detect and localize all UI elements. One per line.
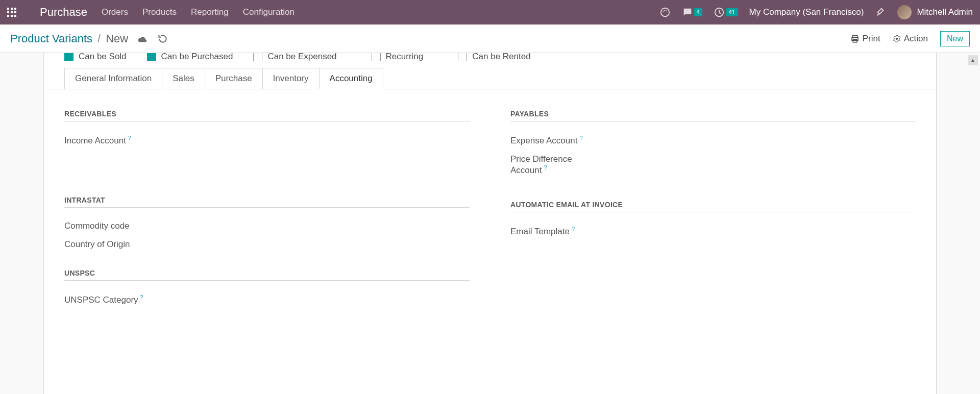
user-menu[interactable]: Mitchell Admin: [897, 5, 973, 19]
left-column: RECEIVABLES Income Account? INTRASTAT Co…: [64, 110, 470, 309]
scroll-up-button[interactable]: ▲: [968, 55, 978, 65]
tab-purchase[interactable]: Purchase: [205, 68, 263, 89]
section-intrastat: INTRASTAT: [64, 196, 470, 208]
checkbox-icon: [147, 53, 156, 61]
accounting-page: RECEIVABLES Income Account? INTRASTAT Co…: [44, 89, 936, 329]
unspsc-category-field[interactable]: UNSPSC Category?: [64, 290, 470, 309]
help-icon[interactable]: ?: [140, 294, 143, 300]
unspsc-category-label: UNSPSC Category?: [64, 294, 143, 305]
notebook-tabs: General Information Sales Purchase Inven…: [44, 68, 936, 89]
help-icon[interactable]: ?: [544, 164, 547, 170]
section-unspsc: UNSPSC: [64, 269, 470, 281]
svg-point-14: [896, 38, 898, 40]
app-brand[interactable]: Purchase: [40, 6, 87, 19]
expense-account-label: Expense Account?: [510, 135, 583, 146]
email-template-field[interactable]: Email Template?: [510, 221, 916, 241]
control-panel: Product Variants / New Print Action New: [0, 24, 980, 53]
nav-configuration[interactable]: Configuration: [243, 7, 295, 17]
help-icon[interactable]: ?: [579, 135, 582, 141]
section-payables: PAYABLES: [510, 110, 916, 121]
breadcrumb-sep: /: [97, 32, 101, 45]
checkbox-icon: [458, 53, 467, 61]
commodity-code-field[interactable]: Commodity code: [64, 217, 470, 235]
recurring-checkbox[interactable]: Recurring: [372, 53, 424, 62]
can-be-expensed-label: Can be Expensed: [267, 53, 336, 62]
breadcrumb: Product Variants / New: [10, 32, 128, 45]
tab-accounting[interactable]: Accounting: [319, 68, 383, 89]
country-of-origin-label: Country of Origin: [64, 239, 130, 250]
help-icon[interactable]: ?: [572, 226, 575, 232]
new-button[interactable]: New: [940, 31, 970, 46]
svg-rect-7: [11, 15, 13, 17]
action-label: Action: [904, 34, 928, 44]
can-be-sold-checkbox[interactable]: Can be Sold: [64, 53, 127, 62]
svg-rect-2: [14, 8, 16, 10]
email-template-label: Email Template?: [510, 226, 575, 237]
svg-rect-0: [7, 8, 9, 10]
can-be-expensed-checkbox[interactable]: Can be Expensed: [253, 53, 336, 62]
top-navbar: Purchase Orders Products Reporting Confi…: [0, 0, 980, 24]
body-scroll: ▲ Can be Sold Can be Purchased Can be Ex…: [0, 53, 980, 394]
svg-rect-5: [14, 11, 16, 13]
can-be-purchased-label: Can be Purchased: [161, 53, 233, 62]
company-switcher[interactable]: My Company (San Francisco): [749, 7, 864, 17]
messages-icon[interactable]: 4: [682, 7, 703, 18]
messages-badge: 4: [694, 8, 703, 16]
can-be-sold-label: Can be Sold: [79, 53, 127, 62]
svg-rect-1: [11, 8, 13, 10]
cloud-save-icon[interactable]: [136, 34, 148, 43]
discard-icon[interactable]: [158, 34, 168, 44]
section-receivables: RECEIVABLES: [64, 110, 470, 121]
form-sheet: Can be Sold Can be Purchased Can be Expe…: [43, 53, 937, 394]
help-icon[interactable]: ?: [128, 135, 131, 141]
svg-rect-8: [14, 15, 16, 17]
nav-reporting[interactable]: Reporting: [191, 7, 229, 17]
tab-inventory[interactable]: Inventory: [262, 68, 320, 89]
svg-point-9: [660, 8, 669, 17]
can-be-rented-checkbox[interactable]: Can be Rented: [458, 53, 530, 62]
tab-sales[interactable]: Sales: [162, 68, 205, 89]
activities-icon[interactable]: 41: [714, 7, 738, 18]
navbar-left: Purchase Orders Products Reporting Confi…: [7, 6, 659, 19]
status-icons: [136, 34, 168, 44]
support-icon[interactable]: [659, 7, 671, 18]
nav-products[interactable]: Products: [142, 7, 177, 17]
tab-general-information[interactable]: General Information: [64, 68, 162, 89]
navbar-right: 4 41 My Company (San Francisco) Mitchell…: [659, 5, 973, 19]
income-account-field[interactable]: Income Account?: [64, 131, 470, 150]
nav-orders[interactable]: Orders: [102, 7, 128, 17]
can-be-purchased-checkbox[interactable]: Can be Purchased: [147, 53, 233, 62]
section-auto-email: AUTOMATIC EMAIL AT INVOICE: [510, 201, 916, 212]
user-name: Mitchell Admin: [917, 7, 973, 17]
control-panel-right: Print Action New: [850, 31, 970, 46]
activities-badge: 41: [726, 8, 738, 16]
apps-icon[interactable]: [7, 8, 16, 17]
price-difference-account-label: Price Difference Account?: [510, 154, 582, 176]
commodity-code-label: Commodity code: [64, 221, 130, 231]
right-column: PAYABLES Expense Account? Price Differen…: [510, 110, 916, 309]
svg-rect-4: [11, 11, 13, 13]
checkbox-icon: [253, 53, 262, 61]
print-button[interactable]: Print: [850, 34, 880, 44]
income-account-label: Income Account?: [64, 135, 131, 146]
recurring-label: Recurring: [386, 53, 424, 62]
can-be-rented-label: Can be Rented: [472, 53, 530, 62]
expense-account-field[interactable]: Expense Account?: [510, 131, 916, 150]
action-button[interactable]: Action: [893, 34, 928, 44]
breadcrumb-current: New: [106, 32, 128, 45]
price-difference-account-field[interactable]: Price Difference Account?: [510, 150, 916, 180]
checkbox-icon: [372, 53, 381, 61]
debug-icon[interactable]: [875, 7, 886, 18]
svg-rect-3: [7, 11, 9, 13]
print-label: Print: [863, 34, 880, 44]
checkbox-icon: [64, 53, 74, 61]
avatar: [897, 5, 912, 19]
breadcrumb-root[interactable]: Product Variants: [10, 32, 92, 45]
product-flags: Can be Sold Can be Purchased Can be Expe…: [44, 53, 936, 68]
svg-rect-6: [7, 15, 9, 17]
country-of-origin-field[interactable]: Country of Origin: [64, 235, 470, 254]
